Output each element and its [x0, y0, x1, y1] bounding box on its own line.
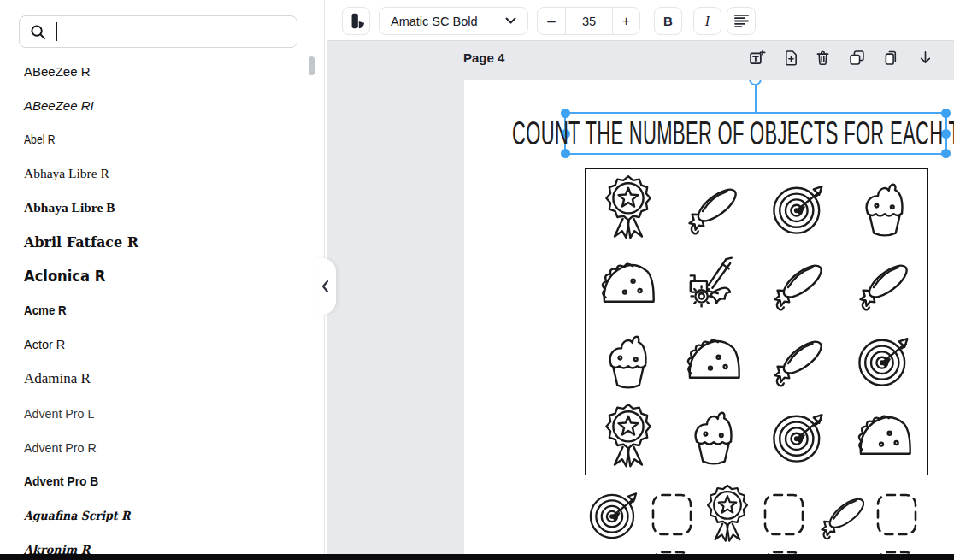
- grid-object[interactable]: [842, 245, 928, 321]
- text-cursor: [56, 22, 57, 41]
- rotation-handle[interactable]: [749, 80, 762, 85]
- font-item[interactable]: Abhaya Libre R: [0, 156, 306, 191]
- grid-object[interactable]: [671, 322, 757, 398]
- grid-object[interactable]: [842, 169, 928, 245]
- count-object[interactable]: [582, 481, 647, 546]
- font-item[interactable]: Advent Pro B: [0, 464, 306, 498]
- italic-button[interactable]: I: [693, 7, 721, 35]
- trash-icon: [814, 49, 832, 67]
- grid-object[interactable]: [671, 245, 757, 321]
- grid-object[interactable]: [671, 169, 757, 245]
- add-text-icon: [748, 49, 766, 67]
- grid-object[interactable]: [757, 169, 842, 245]
- count-object[interactable]: [813, 485, 874, 546]
- font-item[interactable]: Advent Pro R: [0, 430, 306, 464]
- font-styles-button[interactable]: [342, 7, 370, 35]
- text-align-button[interactable]: [727, 7, 756, 35]
- copy-page-button[interactable]: [847, 48, 866, 67]
- grid-object[interactable]: [842, 322, 928, 398]
- copy-icon: [848, 49, 866, 67]
- font-styles-icon: [348, 12, 365, 30]
- object-grid[interactable]: [585, 168, 928, 475]
- delete-page-button[interactable]: [813, 48, 832, 67]
- grid-object[interactable]: [757, 398, 842, 475]
- move-page-down-button[interactable]: [916, 48, 934, 67]
- count-object[interactable]: [697, 483, 758, 545]
- answer-box[interactable]: [763, 493, 804, 536]
- text-toolbar: Amatic SC Bold – 35 + B I: [327, 0, 954, 41]
- answer-box[interactable]: [651, 493, 692, 536]
- font-item[interactable]: Aguafina Script R: [0, 498, 306, 533]
- chevron-down-icon: [505, 17, 516, 25]
- worksheet-title[interactable]: COUNT THE NUMBER OF OBJECTS FOR EACH TYP…: [512, 115, 954, 152]
- font-item[interactable]: Aclonica R: [0, 259, 306, 293]
- grid-object[interactable]: [586, 398, 671, 475]
- grid-object[interactable]: [757, 245, 842, 321]
- font-size-value[interactable]: 35: [566, 8, 612, 34]
- font-item[interactable]: ABeeZee R: [0, 54, 306, 88]
- grid-object[interactable]: [586, 322, 671, 398]
- font-item[interactable]: Advent Pro L: [0, 396, 306, 430]
- grid-object[interactable]: [586, 245, 671, 321]
- align-left-icon: [733, 14, 750, 28]
- worksheet-page[interactable]: COUNT THE NUMBER OF OBJECTS FOR EACH TYP…: [464, 80, 954, 560]
- font-family-select[interactable]: Amatic SC Bold: [379, 7, 528, 35]
- font-item[interactable]: Abril Fatface R: [0, 225, 306, 259]
- search-input[interactable]: [61, 16, 287, 47]
- search-icon: [30, 24, 46, 40]
- sidebar-collapse-button[interactable]: [315, 258, 336, 315]
- app-window: ABeeZee R ABeeZee RI Abel R Abhaya Libre…: [0, 0, 954, 560]
- font-item[interactable]: Abhaya Libre B: [0, 191, 306, 225]
- add-page-button[interactable]: [781, 48, 800, 67]
- arrow-down-icon: [916, 49, 934, 67]
- title-selection-box[interactable]: COUNT THE NUMBER OF OBJECTS FOR EACH TYP…: [564, 112, 947, 155]
- font-item[interactable]: Acme R: [0, 293, 306, 327]
- increase-font-size-button[interactable]: +: [612, 8, 639, 34]
- grid-object[interactable]: [842, 398, 928, 475]
- duplicate-page-button[interactable]: [881, 48, 900, 67]
- font-item[interactable]: ABeeZee RI: [0, 88, 306, 122]
- sidebar-scrollbar-thumb[interactable]: [309, 56, 315, 75]
- page-label: Page 4: [463, 50, 504, 65]
- font-sidebar: ABeeZee R ABeeZee RI Abel R Abhaya Libre…: [0, 0, 325, 560]
- add-text-button[interactable]: [747, 48, 766, 67]
- grid-object[interactable]: [671, 398, 757, 475]
- font-item[interactable]: Adamina R: [0, 362, 306, 396]
- bottom-screen-bar: [0, 554, 954, 560]
- font-item[interactable]: Actor R: [0, 327, 306, 362]
- grid-object[interactable]: [586, 169, 671, 245]
- font-list: ABeeZee R ABeeZee RI Abel R Abhaya Libre…: [0, 54, 306, 560]
- decrease-font-size-button[interactable]: –: [538, 8, 566, 34]
- pages-icon: [882, 49, 900, 67]
- bold-button[interactable]: B: [654, 7, 682, 35]
- chevron-left-icon: [321, 280, 330, 293]
- add-page-icon: [782, 49, 800, 67]
- answer-box[interactable]: [876, 493, 917, 536]
- grid-object[interactable]: [757, 322, 842, 398]
- font-item[interactable]: Abel R: [0, 122, 306, 156]
- font-family-value: Amatic SC Bold: [391, 15, 478, 28]
- font-size-stepper: – 35 +: [537, 7, 640, 35]
- canvas-area: Page 4: [327, 41, 954, 560]
- font-search[interactable]: [19, 15, 297, 48]
